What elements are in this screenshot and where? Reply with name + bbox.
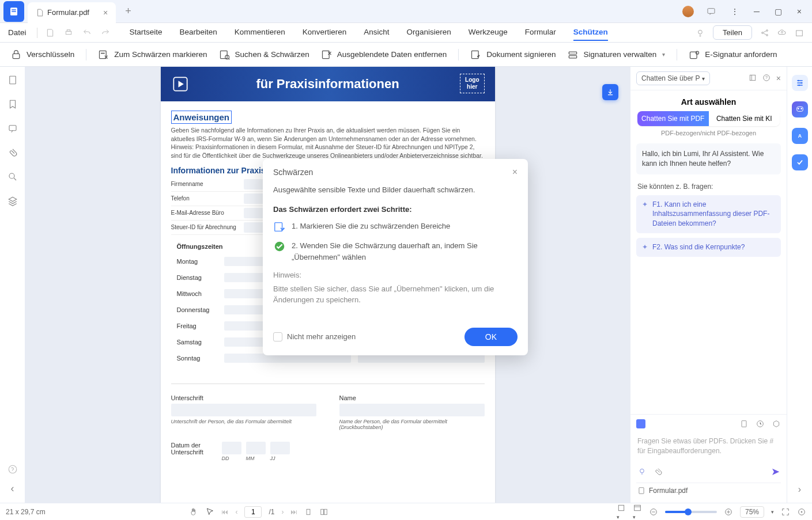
encrypt-button[interactable]: Verschlüsseln <box>10 49 74 60</box>
fit-page-icon[interactable] <box>797 507 806 517</box>
clipboard-icon[interactable] <box>739 419 749 428</box>
zoom-value[interactable]: 75% <box>740 506 764 518</box>
send-icon[interactable]: ➤ <box>771 465 780 478</box>
history-icon[interactable] <box>756 419 765 428</box>
zoom-slider[interactable] <box>665 511 717 513</box>
first-page-icon[interactable]: ⏮ <box>221 508 228 516</box>
signature-field[interactable] <box>171 404 316 416</box>
svg-rect-4 <box>66 31 71 34</box>
maximize-icon[interactable]: ▢ <box>772 5 784 18</box>
read-mode-icon[interactable]: ▾ <box>633 503 642 521</box>
mark-redact-button[interactable]: Zum Schwärzen markieren <box>98 49 207 60</box>
ai-file-chip[interactable]: Formular.pdf <box>636 483 781 498</box>
manage-sig-button[interactable]: Signaturen verwalten ▾ <box>567 49 665 60</box>
comments-icon[interactable] <box>7 123 18 134</box>
search-redact-button[interactable]: Suchen & Schwärzen <box>219 49 309 60</box>
tab-tools[interactable]: Werkzeuge <box>469 24 508 41</box>
doc-heading-1: Anweisungen <box>171 111 232 124</box>
idea-icon[interactable] <box>637 467 647 476</box>
more-icon[interactable]: ⋮ <box>728 5 741 18</box>
date-jj[interactable] <box>270 442 290 454</box>
close-tab-icon[interactable]: × <box>103 8 108 17</box>
box-icon[interactable] <box>795 28 804 37</box>
redo-icon[interactable] <box>101 28 110 37</box>
modal-close-icon[interactable]: × <box>512 167 518 177</box>
date-dd[interactable] <box>222 442 241 454</box>
avatar[interactable] <box>682 6 694 17</box>
zoom-in-icon[interactable] <box>724 507 733 517</box>
new-tab-button[interactable]: + <box>125 5 131 17</box>
search-icon[interactable] <box>7 172 18 182</box>
fullscreen-icon[interactable] <box>781 507 790 517</box>
hand-tool-icon[interactable] <box>189 507 198 517</box>
svg-text:A: A <box>798 133 802 139</box>
translate-icon[interactable]: A <box>792 128 808 144</box>
ai-input[interactable]: Fragen Sie etwas über PDFs. Drücken Sie … <box>636 432 781 463</box>
tab-view[interactable]: Ansicht <box>364 24 389 41</box>
ai-mode-toggle: Chatten Sie mit PDF Chatten Sie mit KI <box>637 111 780 126</box>
prev-page-icon[interactable]: ‹ <box>235 508 237 516</box>
select-tool-icon[interactable] <box>205 507 214 517</box>
check-icon[interactable] <box>792 154 808 170</box>
tab-form[interactable]: Formular <box>525 24 556 41</box>
attachments-icon[interactable] <box>7 147 18 158</box>
properties-icon[interactable] <box>792 75 808 91</box>
undo-icon[interactable] <box>82 28 92 37</box>
print-icon[interactable] <box>64 28 73 37</box>
app-logo[interactable] <box>3 1 24 22</box>
help-ai-icon[interactable]: ? <box>762 74 771 83</box>
next-page-icon[interactable]: › <box>281 508 284 516</box>
tab-edit[interactable]: Bearbeiten <box>180 24 217 41</box>
help-icon[interactable] <box>7 464 18 475</box>
page-input[interactable] <box>244 506 262 518</box>
share-link-icon[interactable] <box>760 28 769 37</box>
ai-suggestion-2[interactable]: ✦ F2. Was sind die Kernpunkte? <box>636 238 781 257</box>
settings-icon[interactable] <box>772 419 781 428</box>
svg-rect-11 <box>13 54 20 58</box>
single-page-icon[interactable] <box>304 508 312 516</box>
tab-comment[interactable]: Kommentieren <box>235 24 285 41</box>
attach-icon[interactable] <box>654 467 663 476</box>
save-icon[interactable] <box>46 28 55 37</box>
file-menu[interactable]: Datei <box>0 28 35 37</box>
ai-chat-dropdown[interactable]: Chatten Sie über P▾ <box>636 71 710 85</box>
svg-point-25 <box>9 465 17 473</box>
doc-indicator-icon[interactable] <box>636 419 645 428</box>
date-mm[interactable] <box>246 442 266 454</box>
tab-start[interactable]: Startseite <box>130 24 163 41</box>
ai-suggestion-1[interactable]: ✦ F1. Kann ich eine Inhaltszusammenfassu… <box>636 195 781 233</box>
toggle-pdf[interactable]: Chatten Sie mit PDF <box>637 111 709 126</box>
two-page-icon[interactable] <box>319 508 328 516</box>
dont-show-checkbox[interactable] <box>273 332 282 341</box>
lightbulb-icon[interactable] <box>696 28 705 37</box>
ai-chat-icon[interactable] <box>792 101 808 117</box>
chat-icon[interactable] <box>704 5 718 18</box>
cloud-upload-icon[interactable] <box>777 28 787 37</box>
thumbnails-icon[interactable] <box>7 75 18 85</box>
ai-sub: PDF-bezogen/nicht PDF-bezogen <box>630 130 787 136</box>
collapse-right-icon[interactable]: › <box>798 484 801 494</box>
fit-width-icon[interactable]: ▾ <box>617 503 626 521</box>
download-float-button[interactable] <box>602 84 618 100</box>
remove-hidden-button[interactable]: Ausgeblendete Daten entfernen <box>321 49 447 60</box>
bookmarks-icon[interactable] <box>7 99 18 109</box>
tab-organize[interactable]: Organisieren <box>406 24 451 41</box>
layers-icon[interactable] <box>7 196 18 206</box>
document-tab[interactable]: Formular.pdf × <box>28 2 116 23</box>
toggle-ki[interactable]: Chatten Sie mit KI <box>709 111 780 126</box>
close-ai-icon[interactable]: × <box>776 74 781 83</box>
tab-convert[interactable]: Konvertieren <box>303 24 347 41</box>
collapse-left-icon[interactable]: ‹ <box>11 483 14 495</box>
tab-protect[interactable]: Schützen <box>573 24 608 41</box>
esign-button[interactable]: E-Signatur anfordern <box>689 49 777 60</box>
ok-button[interactable]: OK <box>464 328 518 346</box>
expand-icon[interactable] <box>749 74 757 83</box>
close-window-icon[interactable]: × <box>795 5 804 18</box>
ribbon: Datei Startseite Bearbeiten Kommentieren… <box>0 23 812 43</box>
sign-doc-button[interactable]: Dokument signieren <box>470 49 556 60</box>
share-button[interactable]: Teilen <box>713 25 752 40</box>
name-field[interactable] <box>339 404 485 416</box>
zoom-out-icon[interactable] <box>649 507 658 517</box>
minimize-icon[interactable]: ─ <box>751 5 762 18</box>
last-page-icon[interactable]: ⏭ <box>290 508 297 516</box>
